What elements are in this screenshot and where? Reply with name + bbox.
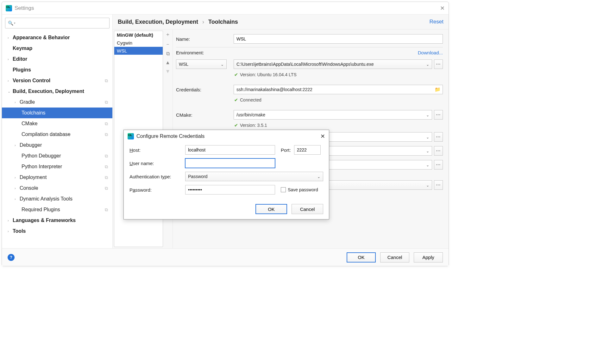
- copy-icon[interactable]: ⧉: [105, 207, 108, 213]
- toolchain-item-cygwin[interactable]: Cygwin: [114, 39, 163, 47]
- sidebar-item-compdb[interactable]: Compilation database⧉: [2, 129, 112, 140]
- dialog-title: Configure Remote Credentials: [136, 133, 204, 139]
- sidebar: 🔍▾ ›Appearance & Behavior Keymap ›Editor…: [2, 15, 113, 248]
- auth-label: Authentication type:: [129, 174, 185, 179]
- host-input[interactable]: [185, 145, 275, 155]
- chevron-down-icon: ⌄: [426, 163, 429, 167]
- chevron-down-icon: ⌄: [426, 183, 429, 188]
- check-icon: ✔: [234, 123, 238, 128]
- sidebar-item-console[interactable]: ›Console⧉: [2, 183, 112, 194]
- ok-button[interactable]: OK: [347, 252, 376, 262]
- sidebar-item-plugins[interactable]: Plugins: [2, 65, 112, 75]
- username-input[interactable]: [185, 158, 275, 168]
- port-label: Port:: [281, 147, 291, 153]
- copy-icon[interactable]: ⧉: [105, 186, 108, 191]
- chevron-right-icon: ›: [8, 57, 11, 61]
- cmake-status: ✔Version: 3.5.1: [176, 121, 443, 129]
- cancel-button[interactable]: Cancel: [292, 204, 323, 214]
- credentials-dialog: Configure Remote Credentials ✕ Host: Por…: [123, 130, 329, 219]
- browse-button[interactable]: ···: [434, 180, 443, 190]
- browse-button[interactable]: ···: [434, 110, 443, 120]
- cancel-button[interactable]: Cancel: [380, 252, 409, 262]
- cred-label: Credentials:: [176, 87, 234, 92]
- check-icon: ✔: [234, 72, 238, 77]
- copy-icon[interactable]: ⧉: [105, 100, 108, 105]
- copy-icon[interactable]: ⧉: [105, 153, 108, 159]
- sidebar-item-reqplugins[interactable]: Required Plugins⧉: [2, 204, 112, 215]
- sidebar-item-vcs[interactable]: ›Version Control⧉: [2, 75, 112, 86]
- checkbox-icon: [281, 187, 286, 192]
- chevron-down-icon: ⌄: [426, 149, 429, 153]
- copy-icon[interactable]: ⧉: [105, 121, 108, 126]
- sidebar-item-toolchains[interactable]: Toolchains: [2, 108, 112, 118]
- sidebar-item-cmake[interactable]: CMake⧉: [2, 118, 112, 129]
- sidebar-item-deployment[interactable]: ›Deployment⧉: [2, 172, 112, 183]
- sidebar-item-gradle[interactable]: ›Gradle⧉: [2, 97, 112, 108]
- host-label: Host:: [129, 147, 185, 153]
- browse-button[interactable]: ···: [434, 146, 443, 156]
- download-link[interactable]: Download...: [418, 50, 443, 55]
- toolchain-item-mingw[interactable]: MinGW (default): [114, 31, 163, 39]
- chevron-right-icon: ›: [15, 143, 18, 147]
- save-password-checkbox[interactable]: Save password: [281, 187, 318, 192]
- search-icon: 🔍: [8, 21, 13, 26]
- name-input[interactable]: [234, 34, 443, 44]
- copy-icon[interactable]: ⧉: [166, 51, 170, 57]
- sidebar-item-pydbg[interactable]: Python Debugger⧉: [2, 151, 112, 161]
- env-type-select[interactable]: WSL ⌄: [176, 59, 227, 69]
- browse-button[interactable]: ···: [434, 160, 443, 170]
- credentials-field[interactable]: ssh://marinakalashina@localhost:2222 📁: [234, 85, 443, 94]
- close-icon[interactable]: ✕: [320, 133, 325, 140]
- titlebar: Settings ✕: [2, 2, 449, 15]
- copy-icon[interactable]: ⧉: [105, 132, 108, 137]
- sidebar-item-debugger[interactable]: ›Debugger: [2, 140, 112, 151]
- chevron-right-icon: ›: [8, 219, 11, 222]
- window-title: Settings: [15, 5, 34, 11]
- password-input[interactable]: [185, 185, 275, 194]
- username-label: User name:: [129, 161, 185, 166]
- apply-button[interactable]: Apply: [414, 252, 443, 262]
- sidebar-item-keymap[interactable]: Keymap: [2, 43, 112, 54]
- close-icon[interactable]: ✕: [440, 5, 445, 12]
- reset-link[interactable]: Reset: [430, 19, 443, 25]
- sidebar-item-appearance[interactable]: ›Appearance & Behavior: [2, 32, 112, 43]
- help-icon[interactable]: ?: [8, 254, 15, 261]
- remove-icon[interactable]: －: [165, 41, 170, 48]
- divider: [176, 47, 443, 47]
- sidebar-item-pyint[interactable]: Python Interpreter⧉: [2, 161, 112, 172]
- breadcrumb: Build, Execution, Deployment › Toolchain…: [118, 19, 238, 25]
- chevron-right-icon: ›: [15, 176, 18, 179]
- password-label: Password:: [129, 187, 185, 193]
- sidebar-item-bed[interactable]: ⌄Build, Execution, Deployment: [2, 86, 112, 97]
- ok-button[interactable]: OK: [255, 204, 287, 214]
- cmake-input[interactable]: /usr/bin/cmake ⌄: [234, 110, 432, 120]
- sidebar-item-tools[interactable]: ›Tools: [2, 226, 112, 237]
- move-up-icon[interactable]: ▲: [165, 60, 170, 65]
- sidebar-item-langs[interactable]: ›Languages & Frameworks: [2, 215, 112, 226]
- sidebar-item-editor[interactable]: ›Editor: [2, 54, 112, 65]
- search-wrap: 🔍▾: [2, 15, 112, 30]
- auth-type-select[interactable]: Password ⌄: [185, 172, 323, 181]
- chevron-down-icon: ⌄: [8, 89, 11, 94]
- copy-icon[interactable]: ⧉: [105, 78, 108, 83]
- copy-icon[interactable]: ⧉: [105, 175, 108, 180]
- breadcrumb-a: Build, Execution, Deployment: [118, 19, 198, 25]
- folder-icon[interactable]: 📁: [435, 87, 441, 92]
- check-icon: ✔: [234, 97, 238, 102]
- toolchain-item-wsl[interactable]: WSL: [114, 47, 163, 55]
- chevron-down-icon: ⌄: [426, 113, 429, 117]
- add-icon[interactable]: ＋: [165, 31, 170, 38]
- browse-button[interactable]: ···: [434, 132, 443, 142]
- search-input[interactable]: 🔍▾: [5, 18, 110, 28]
- env-path-select[interactable]: C:\Users\jetbrains\AppData\Local\Microso…: [234, 59, 432, 69]
- app-icon: [128, 133, 134, 139]
- copy-icon[interactable]: ⧉: [105, 164, 108, 170]
- chevron-down-icon: ⌄: [221, 62, 224, 67]
- port-input[interactable]: [294, 145, 321, 155]
- sidebar-item-dat[interactable]: ›Dynamic Analysis Tools: [2, 194, 112, 204]
- dialog-buttons: OK Cancel: [124, 203, 329, 219]
- app-icon: [6, 5, 12, 11]
- browse-button[interactable]: ···: [434, 59, 443, 69]
- breadcrumb-b: Toolchains: [208, 19, 238, 25]
- move-down-icon[interactable]: ▼: [165, 69, 170, 74]
